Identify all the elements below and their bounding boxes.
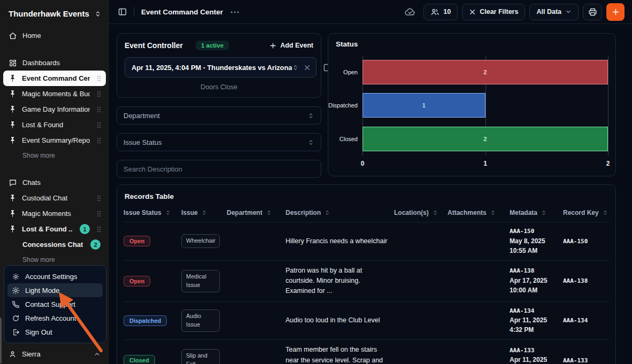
event-controller-panel: Event Controller 1 active Add Event Apr … [117, 33, 321, 98]
chart-bars: 212 [363, 56, 608, 156]
table-row[interactable]: Open Wheelchair Hillery Francis needs a … [124, 222, 609, 260]
column-header-attachments[interactable]: Attachments [448, 209, 510, 216]
chart-x-tick: 0 [361, 160, 365, 167]
drag-handle-icon[interactable] [95, 195, 103, 202]
chart-bar[interactable]: 1 [363, 93, 485, 118]
chart-category-label: Dispatched [336, 89, 363, 122]
records-table-title: Records Table [124, 191, 609, 207]
sidebar-item-lost-and-found[interactable]: Lost & Found [3, 117, 106, 133]
department-select[interactable]: Department [117, 106, 321, 125]
table-row[interactable]: Closed Slip and Fall Team member fell on… [124, 339, 609, 364]
chart-bar-row: 2 [363, 122, 608, 156]
chart-category-label: Closed [336, 122, 363, 156]
cloud-sync-icon[interactable] [404, 6, 416, 18]
drag-handle-icon[interactable] [95, 90, 103, 98]
drag-handle-icon[interactable] [95, 210, 103, 218]
main-area: Event Command Center ··· 10 Clear Filter… [109, 0, 632, 364]
menu-item-light-mode[interactable]: Light Mode [7, 283, 103, 297]
sidebar-item-event-summary-reporting[interactable]: Event Summary/Reporting [3, 133, 106, 148]
unread-count-badge: 2 [90, 239, 101, 250]
menu-item-account-settings[interactable]: Account Settings [7, 269, 103, 283]
search-description-input[interactable] [117, 160, 321, 178]
sidebar-item-game-day-information[interactable]: Game Day Information [3, 102, 106, 117]
table-row[interactable]: Open Medical Issue Patron was hit by a b… [124, 260, 609, 301]
sidebar-item-event-command-center[interactable]: Event Command Center [3, 71, 106, 86]
select-chevrons-icon [307, 112, 314, 119]
sidebar-section-chats[interactable]: Chats [3, 175, 106, 190]
show-more-dashboards[interactable]: Show more [3, 148, 106, 163]
sidebar-item-magic-moments-chat[interactable]: Magic Moments [3, 206, 106, 221]
sort-icon [266, 210, 272, 216]
workspace-switcher-icon[interactable] [94, 10, 102, 18]
column-header-issue[interactable]: Issue [181, 209, 227, 216]
x-icon [469, 9, 476, 16]
drag-handle-icon[interactable] [95, 137, 103, 144]
select-chevrons-icon [307, 139, 314, 146]
gear-icon [12, 273, 20, 281]
account-menu: Account Settings Light Mode Contact Supp… [4, 265, 106, 343]
menu-item-sign-out[interactable]: Sign Out [7, 325, 103, 339]
event-select[interactable]: Apr 11, 2025, 4:04 PM - Thunderskates vs… [125, 57, 317, 78]
top-bar: Event Command Center ··· 10 Clear Filter… [109, 0, 632, 24]
status-chart-ylabels: OpenDispatchedClosed [336, 56, 363, 156]
active-users-button[interactable]: 10 [423, 4, 458, 20]
chevron-up-icon [94, 351, 101, 358]
column-header-description[interactable]: Description [286, 209, 394, 216]
unread-count-badge: 1 [80, 224, 90, 234]
user-menu-trigger[interactable]: Sierra [0, 344, 109, 364]
chat-bubble-icon [9, 179, 17, 187]
data-scope-dropdown[interactable]: All Data [529, 4, 579, 20]
sidebar-item-custodial-chat[interactable]: Custodial Chat [3, 190, 106, 206]
sort-icon [490, 210, 496, 216]
select-chevrons-icon[interactable] [292, 64, 299, 71]
sort-icon [324, 210, 330, 216]
metadata-cell: AAA-133 Apr 11, 2025 4:28 PM [510, 346, 563, 364]
column-header-record-key[interactable]: Record Key [563, 209, 609, 216]
sidebar-item-home[interactable]: Home [3, 28, 106, 43]
sidebar: Thunderhawk Events Home Dashboards Event… [0, 0, 109, 364]
printer-icon [588, 7, 597, 17]
table-row[interactable]: Dispatched Audio Issue Audio too loud in… [124, 301, 609, 340]
add-event-button[interactable]: Add Event [269, 42, 313, 49]
add-button[interactable] [606, 3, 625, 21]
page-title: Event Command Center [141, 8, 223, 16]
sidebar-section-dashboards[interactable]: Dashboards [3, 55, 106, 71]
sidebar-item-magic-moments-budget[interactable]: Magic Moments & Budget [3, 86, 106, 102]
clear-selection-icon[interactable] [304, 64, 311, 71]
status-badge: Closed [124, 355, 155, 364]
pin-icon [9, 105, 17, 113]
issue-tag: Wheelchair [181, 234, 220, 248]
metadata-cell: AAA-150 May 8, 2025 10:55 AM [510, 227, 563, 255]
drag-handle-icon[interactable] [95, 226, 103, 233]
workspace-header[interactable]: Thunderhawk Events [0, 0, 109, 28]
drag-handle-icon[interactable] [95, 75, 103, 82]
sidebar-item-concessions-chat[interactable]: Concessions Chat 2 [3, 237, 106, 252]
sort-icon [432, 210, 438, 216]
column-header-department[interactable]: Department [227, 209, 286, 216]
column-header-metadata[interactable]: Metadata [510, 209, 563, 216]
sidebar-item-lost-and-found-chat[interactable]: Lost & Found ... 1 [3, 221, 106, 237]
clear-filters-button[interactable]: Clear Filters [462, 4, 525, 20]
chart-bar[interactable]: 2 [363, 127, 608, 151]
pin-icon [9, 210, 17, 218]
issue-status-select[interactable]: Issue Status [117, 133, 321, 151]
print-button[interactable] [583, 4, 602, 20]
drag-handle-icon[interactable] [95, 121, 103, 129]
chart-x-tick: 2 [606, 160, 610, 167]
column-header-issue-status[interactable]: Issue Status [124, 209, 181, 216]
chart-gridline [608, 56, 608, 156]
menu-item-contact-support[interactable]: Contact Support [7, 297, 103, 311]
chart-bar[interactable]: 2 [363, 60, 608, 84]
pin-icon [9, 90, 17, 98]
record-key-cell: AAA-138 [563, 277, 609, 284]
description-cell: Team member fell on the stairs near the … [286, 345, 394, 364]
menu-item-refresh-account[interactable]: Refresh Account [7, 311, 103, 325]
metadata-cell: AAA-134 Apr 11, 2025 4:32 PM [510, 307, 563, 335]
more-options-icon[interactable]: ··· [230, 7, 240, 17]
drag-handle-icon[interactable] [95, 106, 103, 113]
sidebar-toggle-icon[interactable] [118, 7, 127, 17]
sort-icon [541, 210, 547, 216]
sort-icon [165, 210, 171, 216]
column-header-locations[interactable]: Location(s) [394, 209, 448, 216]
doors-close-label: Doors Close [125, 83, 313, 91]
